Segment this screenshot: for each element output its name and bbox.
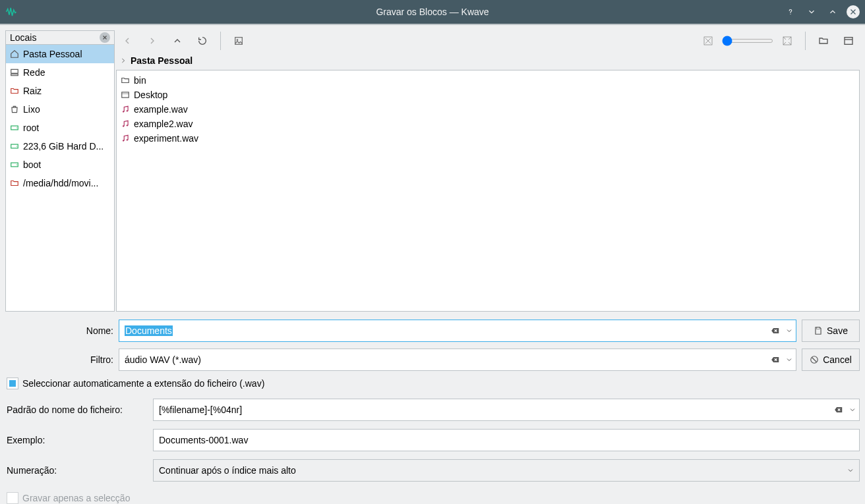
file-icon (121, 76, 130, 85)
file-icon (121, 105, 130, 114)
zoom-in-icon[interactable] (776, 32, 798, 50)
place-label: Rede (23, 67, 45, 78)
close-button[interactable] (847, 5, 860, 18)
cancel-icon (810, 355, 819, 364)
place-icon (10, 160, 19, 169)
pattern-input[interactable]: [%filename]-[%04nr] (153, 399, 860, 421)
place-icon (10, 179, 19, 188)
file-toolbar (116, 30, 860, 51)
svg-point-7 (16, 164, 17, 165)
place-label: Pasta Pessoal (23, 49, 82, 59)
numbering-dropdown-icon (846, 466, 855, 475)
svg-point-3 (16, 127, 17, 128)
file-item[interactable]: experiment.wav (118, 131, 858, 146)
pattern-label: Padrão do nome do ficheiro: (5, 405, 148, 415)
sidebar-item-4[interactable]: root (6, 119, 114, 137)
nav-up-button[interactable] (166, 32, 189, 50)
breadcrumb[interactable]: Pasta Pessoal (116, 54, 860, 67)
chevron-right-icon (120, 55, 127, 66)
file-item[interactable]: bin (118, 73, 858, 88)
file-item[interactable]: example.wav (118, 102, 858, 117)
preview-button[interactable] (227, 32, 250, 50)
clear-filter-icon[interactable] (770, 354, 781, 365)
filter-dropdown[interactable] (785, 355, 794, 364)
sidebar-item-1[interactable]: Rede (6, 63, 114, 82)
svg-point-17 (127, 125, 128, 126)
file-list[interactable]: binDesktopexample.wavexample2.wavexperim… (116, 70, 860, 312)
place-label: 223,6 GiB Hard D... (23, 141, 104, 152)
nav-forward-button[interactable] (141, 32, 164, 50)
filter-input-value: áudio WAV (*.wav) (125, 354, 201, 365)
name-input[interactable]: Documents (119, 320, 796, 342)
filter-input[interactable]: áudio WAV (*.wav) (119, 349, 796, 371)
titlebar: Gravar os Blocos — Kwave (0, 0, 865, 24)
file-name: bin (134, 75, 146, 86)
file-icon (121, 134, 130, 143)
sidebar-item-6[interactable]: boot (6, 155, 114, 174)
sidebar-item-2[interactable]: Raiz (6, 82, 114, 100)
view-options-button[interactable] (837, 32, 860, 50)
file-item[interactable]: example2.wav (118, 117, 858, 131)
place-icon (10, 68, 19, 77)
svg-point-16 (123, 125, 124, 126)
sidebar-item-5[interactable]: 223,6 GiB Hard D... (6, 137, 114, 155)
place-icon (10, 49, 19, 59)
file-name: experiment.wav (134, 133, 198, 144)
place-label: Lixo (23, 104, 40, 115)
svg-rect-8 (235, 38, 243, 45)
maximize-button[interactable] (825, 5, 840, 19)
filter-label: Filtro: (5, 354, 113, 365)
svg-point-15 (127, 110, 128, 111)
name-history-dropdown[interactable] (785, 326, 794, 335)
auto-extension-checkbox[interactable] (7, 378, 18, 389)
svg-rect-13 (122, 92, 129, 98)
clear-pattern-icon[interactable] (833, 405, 844, 415)
svg-point-14 (123, 111, 124, 112)
numbering-combo[interactable]: Continuar após o índice mais alto (153, 459, 860, 482)
new-folder-button[interactable] (812, 32, 835, 50)
name-label: Nome: (5, 325, 113, 336)
place-label: boot (23, 159, 41, 170)
auto-extension-label: Seleccionar automaticamente a extensão d… (22, 378, 264, 389)
places-panel: Locais Pasta PessoalRedeRaizLixoroot223,… (5, 30, 115, 312)
selection-only-label: Gravar apenas a selecção (22, 493, 130, 503)
file-icon (121, 90, 130, 99)
reload-button[interactable] (191, 32, 214, 50)
zoom-out-icon[interactable] (697, 32, 719, 50)
help-button[interactable] (783, 5, 798, 19)
window-title: Gravar os Blocos — Kwave (0, 7, 865, 17)
save-button[interactable]: Save (802, 320, 860, 342)
place-icon (10, 86, 19, 96)
cancel-button[interactable]: Cancel (802, 349, 860, 371)
save-icon (814, 326, 823, 335)
name-input-value: Documents (125, 325, 173, 336)
example-output: Documents-0001.wav (153, 429, 860, 451)
close-places-icon[interactable] (100, 32, 110, 43)
place-icon (10, 105, 19, 114)
places-list: Pasta PessoalRedeRaizLixoroot223,6 GiB H… (6, 45, 114, 311)
sidebar-item-7[interactable]: /media/hdd/movi... (6, 174, 114, 192)
place-icon (10, 123, 19, 132)
file-name: example2.wav (134, 119, 193, 129)
breadcrumb-current: Pasta Pessoal (131, 55, 193, 66)
file-item[interactable]: Desktop (118, 88, 858, 102)
sidebar-item-0[interactable]: Pasta Pessoal (6, 45, 114, 63)
app-icon (5, 6, 17, 18)
svg-point-9 (237, 39, 239, 41)
sidebar-item-3[interactable]: Lixo (6, 100, 114, 119)
svg-rect-1 (11, 74, 18, 75)
numbering-label: Numeração: (5, 465, 148, 476)
clear-name-icon[interactable] (770, 325, 781, 336)
file-name: example.wav (134, 104, 188, 115)
pattern-input-value: [%filename]-[%04nr] (159, 405, 242, 415)
place-label: /media/hdd/movi... (23, 178, 98, 188)
save-button-label: Save (827, 325, 848, 336)
svg-point-5 (16, 146, 17, 146)
pattern-dropdown[interactable] (848, 405, 857, 414)
nav-back-button[interactable] (116, 32, 138, 50)
zoom-slider[interactable] (722, 39, 773, 43)
svg-point-18 (123, 140, 124, 141)
svg-rect-12 (845, 38, 852, 45)
minimize-button[interactable] (804, 5, 819, 19)
numbering-value: Continuar após o índice mais alto (159, 465, 296, 476)
